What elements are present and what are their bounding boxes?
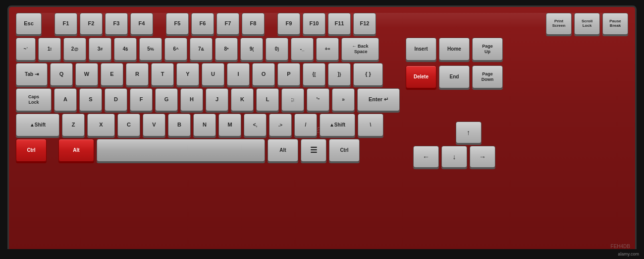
key-z[interactable]: Z bbox=[62, 114, 85, 136]
key-l[interactable]: L bbox=[256, 88, 279, 111]
key-slash[interactable]: / bbox=[294, 114, 317, 136]
key-caps-lock[interactable]: CapsLock bbox=[16, 88, 52, 111]
key-shift-right[interactable]: ▲Shift bbox=[320, 114, 355, 136]
key-bracket-close[interactable]: ]} bbox=[328, 63, 351, 86]
key-u[interactable]: U bbox=[202, 63, 224, 86]
key-h[interactable]: H bbox=[180, 88, 203, 111]
key-g[interactable]: G bbox=[155, 88, 178, 111]
fn-group-3: F9 F10 F11 F12 bbox=[277, 13, 376, 35]
key-menu[interactable]: ☰ bbox=[301, 139, 326, 162]
key-j[interactable]: J bbox=[206, 88, 228, 111]
key-0[interactable]: 0) bbox=[266, 38, 288, 61]
key-shift-left[interactable]: ▲Shift bbox=[16, 114, 59, 136]
key-m[interactable]: M bbox=[218, 114, 241, 136]
key-arrow-left[interactable]: ← bbox=[413, 146, 439, 168]
key-f8[interactable]: F8 bbox=[242, 13, 265, 35]
key-arrow-down[interactable]: ↓ bbox=[441, 146, 467, 168]
key-x[interactable]: X bbox=[87, 114, 115, 136]
key-ctrl-right[interactable]: Ctrl bbox=[329, 139, 360, 162]
key-arrow-right[interactable]: → bbox=[470, 146, 495, 168]
key-alt-left[interactable]: Alt bbox=[58, 139, 94, 162]
arrow-bottom: ← ↓ → bbox=[413, 146, 495, 168]
key-9[interactable]: 9( bbox=[240, 38, 263, 61]
key-backspace[interactable]: ← Back Space bbox=[341, 38, 379, 61]
site-label: alamy.com bbox=[618, 252, 639, 257]
key-period[interactable]: .> bbox=[269, 114, 292, 136]
key-guillemet[interactable]: » bbox=[332, 88, 355, 111]
key-i[interactable]: I bbox=[227, 63, 250, 86]
key-k[interactable]: K bbox=[231, 88, 254, 111]
key-v[interactable]: V bbox=[143, 114, 165, 136]
key-scroll-lock[interactable]: ScrollLock bbox=[574, 13, 600, 35]
arrow-keys: ↑ ← ↓ → bbox=[406, 122, 503, 168]
key-end[interactable]: End bbox=[439, 65, 470, 88]
key-7[interactable]: 7& bbox=[190, 38, 213, 61]
key-8[interactable]: 8* bbox=[215, 38, 238, 61]
key-minus[interactable]: -_ bbox=[291, 38, 314, 61]
key-f7[interactable]: F7 bbox=[216, 13, 239, 35]
key-ctrl-left[interactable]: Ctrl bbox=[16, 139, 47, 162]
key-c[interactable]: C bbox=[117, 114, 140, 136]
system-keys: PrintScreen ScrollLock PauseBreak bbox=[546, 13, 628, 35]
key-bracket-open[interactable]: { [ bbox=[303, 63, 325, 86]
key-plus[interactable]: += bbox=[316, 38, 339, 61]
key-pause-break[interactable]: PauseBreak bbox=[602, 13, 628, 35]
key-3[interactable]: 3# bbox=[89, 38, 111, 61]
key-esc[interactable]: Esc bbox=[16, 13, 42, 35]
key-f12[interactable]: F12 bbox=[353, 13, 376, 35]
key-b[interactable]: B bbox=[168, 114, 191, 136]
key-w[interactable]: W bbox=[75, 63, 98, 86]
key-tab[interactable]: Tab ⇥ bbox=[16, 63, 48, 86]
key-f11[interactable]: F11 bbox=[328, 13, 351, 35]
key-5[interactable]: 5% bbox=[139, 38, 162, 61]
key-backslash[interactable]: \ bbox=[358, 114, 383, 136]
key-comma[interactable]: <, bbox=[244, 114, 267, 136]
key-o[interactable]: O bbox=[252, 63, 275, 86]
bottom-row: Ctrl Alt Alt ☰ Ctrl bbox=[16, 139, 400, 162]
key-d[interactable]: D bbox=[105, 88, 127, 111]
arrow-top: ↑ bbox=[428, 122, 482, 143]
key-f6[interactable]: F6 bbox=[191, 13, 214, 35]
key-backslash-top[interactable]: { } bbox=[353, 63, 383, 86]
key-f4[interactable]: F4 bbox=[130, 13, 153, 35]
key-tilde[interactable]: ~` bbox=[16, 38, 36, 61]
key-f5[interactable]: F5 bbox=[166, 13, 189, 35]
key-alt-right[interactable]: Alt bbox=[268, 139, 298, 162]
side-nav-keys: Insert Home PageUp Delete End PageDown ↑… bbox=[406, 38, 503, 168]
key-home[interactable]: Home bbox=[439, 38, 470, 61]
key-f1[interactable]: F1 bbox=[54, 13, 77, 35]
nav-top-row: Insert Home PageUp bbox=[406, 38, 503, 61]
key-f9[interactable]: F9 bbox=[277, 13, 300, 35]
key-print-screen[interactable]: PrintScreen bbox=[546, 13, 572, 35]
key-quote[interactable]: '" bbox=[307, 88, 329, 111]
key-a[interactable]: A bbox=[54, 88, 77, 111]
key-n[interactable]: N bbox=[193, 114, 216, 136]
key-6[interactable]: 6^ bbox=[164, 38, 187, 61]
key-f10[interactable]: F10 bbox=[303, 13, 325, 35]
key-2[interactable]: 2@ bbox=[63, 38, 86, 61]
key-enter[interactable]: Enter ↵ bbox=[357, 88, 400, 111]
key-y[interactable]: Y bbox=[176, 63, 199, 86]
key-page-down[interactable]: PageDown bbox=[472, 65, 503, 88]
fn-group-1: F1 F2 F3 F4 bbox=[54, 13, 153, 35]
key-t[interactable]: T bbox=[151, 63, 174, 86]
key-r[interactable]: R bbox=[126, 63, 149, 86]
key-e[interactable]: E bbox=[101, 63, 123, 86]
key-arrow-up[interactable]: ↑ bbox=[456, 122, 482, 143]
key-f3[interactable]: F3 bbox=[105, 13, 128, 35]
key-4[interactable]: 4$ bbox=[114, 38, 137, 61]
key-semicolon[interactable]: ;: bbox=[281, 88, 304, 111]
key-s[interactable]: S bbox=[79, 88, 102, 111]
main-keys: ~` 1! 2@ 3# 4$ 5% 6^ 7& 8* 9( 0) -_ += ←… bbox=[16, 38, 400, 168]
shift-row: ▲Shift Z X C V B N M <, .> / ▲Shift \ bbox=[16, 114, 400, 136]
key-space[interactable] bbox=[97, 139, 265, 162]
key-insert[interactable]: Insert bbox=[406, 38, 436, 61]
key-delete[interactable]: Delete bbox=[406, 65, 436, 88]
key-f[interactable]: F bbox=[130, 88, 153, 111]
key-f2[interactable]: F2 bbox=[80, 13, 103, 35]
key-q[interactable]: Q bbox=[50, 63, 73, 86]
key-1[interactable]: 1! bbox=[38, 38, 61, 61]
qwerty-row: Tab ⇥ Q W E R T Y U I O P { [ ]} { } bbox=[16, 63, 400, 86]
key-page-up[interactable]: PageUp bbox=[472, 38, 503, 61]
key-p[interactable]: P bbox=[277, 63, 300, 86]
